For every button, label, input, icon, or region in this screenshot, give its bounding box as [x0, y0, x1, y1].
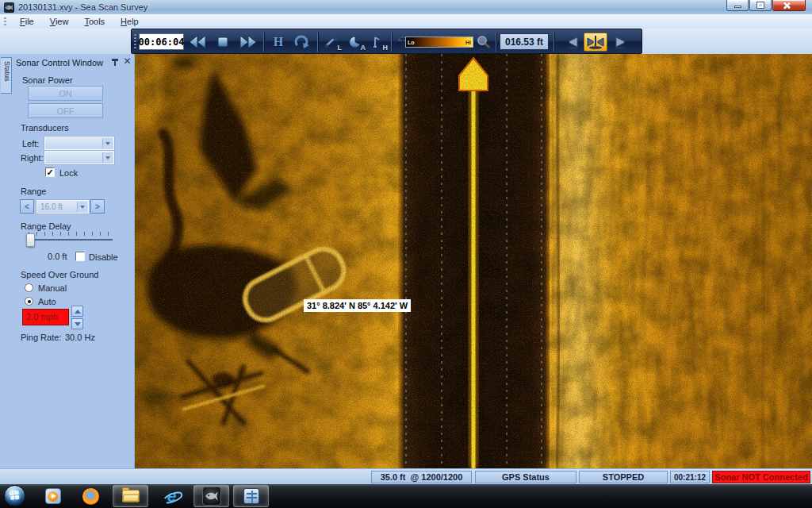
- transducer-right-select[interactable]: [44, 151, 114, 164]
- minimize-icon: [734, 6, 741, 8]
- colorbar-lo-label: Lo: [408, 40, 415, 45]
- taskbar-item-explorer[interactable]: [113, 485, 148, 507]
- stop-button[interactable]: [211, 33, 235, 52]
- windows-logo-icon: [10, 491, 20, 501]
- rotate-icon: [294, 35, 310, 49]
- speaker-both-button[interactable]: [584, 33, 607, 52]
- range-delay-value: 0.0 ft: [48, 252, 67, 261]
- range-next-button[interactable]: >: [90, 199, 105, 214]
- rewind-icon: [188, 35, 207, 49]
- h-mode-button[interactable]: H: [268, 33, 289, 52]
- taskbar-item-seascan[interactable]: [193, 485, 229, 507]
- toolbar: 00:06:04 H L: [131, 29, 642, 54]
- menu-item-view[interactable]: View: [43, 16, 76, 27]
- chevron-down-icon: [77, 202, 87, 212]
- taskbar: e 1:23 PM 1/31/2013: [0, 484, 812, 508]
- speed-spinner-up[interactable]: [71, 306, 83, 317]
- auto-radio[interactable]: [25, 297, 33, 306]
- disable-checkbox[interactable]: [75, 252, 85, 261]
- speaker-left-icon: [565, 34, 581, 50]
- colorbar-hi-label: Hi: [465, 40, 471, 45]
- ping-rate-label: Ping Rate:: [21, 333, 61, 342]
- panel-title: Sonar Control Window: [16, 58, 103, 67]
- internet-explorer-icon: e: [163, 487, 182, 506]
- restore-button[interactable]: [749, 0, 772, 11]
- menu-grip-handle[interactable]: [4, 17, 6, 25]
- taskbar-item-internet-explorer[interactable]: e: [154, 485, 190, 507]
- range-label: Range: [21, 187, 46, 196]
- sonar-waterfall-display[interactable]: [135, 54, 812, 468]
- menu-item-help[interactable]: Help: [113, 16, 146, 27]
- fast-forward-button[interactable]: [236, 33, 260, 52]
- restore-icon: [757, 2, 764, 8]
- media-player-icon: [45, 488, 61, 504]
- speaker-right-icon: [612, 34, 628, 50]
- title-bar: 20130131.xvy - Sea Scan Survey: [0, 0, 812, 14]
- panel-pin-icon[interactable]: [111, 58, 119, 67]
- tool-l-icon: [324, 36, 339, 48]
- manual-radio[interactable]: [25, 283, 33, 292]
- sonar-power-on-button[interactable]: ON: [28, 86, 103, 101]
- magnifier-button[interactable]: [474, 33, 493, 52]
- range-prev-button[interactable]: <: [20, 199, 34, 214]
- folder-icon: [122, 490, 140, 502]
- playback-time-display: 00:06:04: [139, 33, 184, 50]
- time-status-cell: 00:21:12: [670, 471, 710, 483]
- range-delay-label: Range Delay: [21, 221, 71, 231]
- menu-item-tools[interactable]: Tools: [77, 16, 112, 27]
- taskbar-item-firefox[interactable]: [73, 485, 109, 507]
- sonar-power-label: Sonar Power: [22, 75, 73, 85]
- gps-status-cell: GPS Status: [475, 471, 576, 483]
- speed-over-ground-label: Speed Over Ground: [21, 270, 98, 279]
- disable-label: Disable: [89, 252, 118, 262]
- range-select[interactable]: 16.0 ft: [36, 200, 89, 214]
- ping-rate-value: 30.0 Hz: [65, 333, 95, 342]
- status-tab[interactable]: Status: [1, 57, 12, 94]
- sonar-power-off-button[interactable]: OFF: [28, 103, 103, 118]
- toolbar-grip-handle[interactable]: [134, 34, 136, 50]
- palette-colorbar: Lo Hi: [405, 37, 473, 48]
- depth-status-cell: 35.0 ft @ 1200/1200: [371, 471, 472, 483]
- taskbar-item-media-player[interactable]: [35, 485, 71, 507]
- slider-tick-marks: [29, 232, 113, 236]
- transducers-label: Transducers: [21, 123, 69, 133]
- speaker-right-button[interactable]: [610, 33, 630, 52]
- seascan-fish-icon: [202, 487, 221, 506]
- speed-input[interactable]: 2.0 mph: [22, 309, 69, 325]
- menu-item-file[interactable]: File: [13, 16, 41, 27]
- close-button[interactable]: [772, 0, 806, 11]
- speaker-left-button[interactable]: [564, 33, 582, 52]
- lock-label: Lock: [59, 168, 78, 178]
- rotate-button[interactable]: [290, 33, 314, 52]
- magnifier-icon: [477, 35, 491, 49]
- tool-h-button[interactable]: H: [368, 33, 389, 52]
- stop-icon: [217, 37, 228, 48]
- playback-status-cell: STOPPED: [579, 471, 668, 483]
- transducer-right-label: Right:: [21, 153, 44, 163]
- slider-thumb[interactable]: [26, 233, 35, 247]
- transducer-left-select[interactable]: [44, 137, 114, 150]
- rewind-button[interactable]: [186, 33, 209, 52]
- h-mode-icon: H: [274, 35, 283, 49]
- tool-a-button[interactable]: A: [344, 33, 366, 52]
- start-button[interactable]: [4, 485, 25, 506]
- speaker-both-icon: [586, 34, 605, 50]
- toolbar-row: 00:06:04 H L: [0, 29, 812, 54]
- tool-l-button[interactable]: L: [320, 33, 343, 52]
- speed-spinner-down[interactable]: [71, 318, 83, 329]
- status-bar: 35.0 ft @ 1200/1200 GPS Status STOPPED 0…: [0, 468, 812, 484]
- sonar-image: [135, 54, 812, 468]
- minimize-button[interactable]: [726, 0, 749, 11]
- application-window: 20130131.xvy - Sea Scan Survey File View…: [0, 0, 812, 508]
- connection-status-cell: Sonar NOT Connected: [712, 471, 810, 483]
- coordinate-label: 31° 8.824' N 85° 4.142' W: [304, 299, 411, 312]
- lock-checkbox[interactable]: ✓: [45, 167, 55, 177]
- panel-close-icon[interactable]: ✕: [123, 56, 132, 66]
- firefox-icon: [82, 488, 99, 505]
- altitude-display: 016.53 ft: [500, 33, 549, 50]
- fast-forward-icon: [239, 35, 258, 49]
- taskbar-item-logbook[interactable]: [233, 485, 269, 507]
- range-delay-slider[interactable]: [27, 239, 113, 241]
- manual-label: Manual: [38, 283, 67, 293]
- chevron-down-icon: [102, 138, 113, 148]
